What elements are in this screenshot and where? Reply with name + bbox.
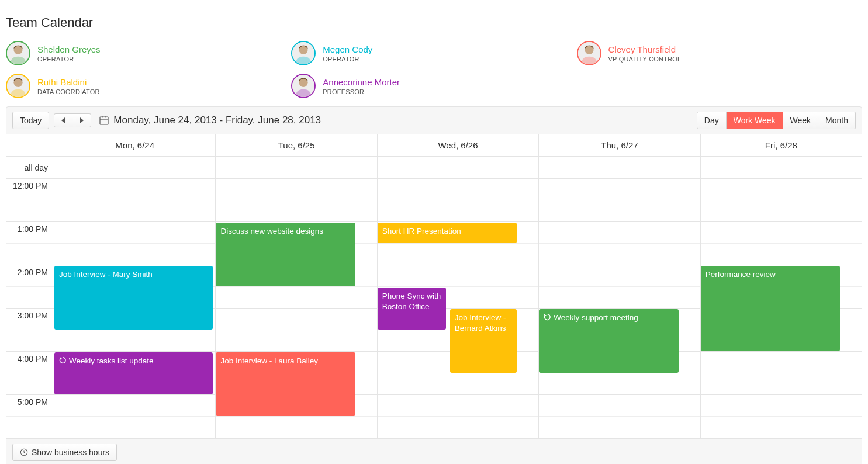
time-slot-minor [6, 373, 54, 395]
member-role: OPERATOR [37, 56, 101, 63]
events-layer: Job Interview - Mary SmithWeekly tasks l… [54, 179, 215, 438]
team-member-list: Shelden Greyes OPERATOR Megen Cody OPERA… [6, 41, 862, 106]
prev-button[interactable] [54, 113, 72, 127]
calendar-event[interactable]: Job Interview - Bernard Atkins [450, 309, 517, 373]
event-title: Short HR Presentation [382, 227, 461, 236]
time-column: all day 12:00 PM1:00 PM2:00 PM3:00 PM4:0… [6, 134, 54, 438]
day-header[interactable]: Tue, 6/25 [216, 134, 376, 157]
member-name: Shelden Greyes [37, 44, 101, 54]
member-name: Clevey Thursfield [608, 44, 682, 54]
events-layer: Performance review [701, 179, 862, 438]
day-header[interactable]: Fri, 6/28 [701, 134, 862, 157]
svg-rect-12 [102, 116, 103, 118]
recurring-icon [544, 313, 551, 324]
time-slot-minor [6, 200, 54, 222]
time-slot-minor [6, 417, 54, 438]
avatar [6, 41, 30, 65]
team-member[interactable]: Clevey Thursfield VP QUALITY CONTROL [577, 41, 862, 65]
allday-cell[interactable] [378, 157, 538, 179]
calendar-event[interactable]: Discuss new website designs [216, 223, 355, 286]
time-slot-label: 12:00 PM [6, 179, 54, 200]
time-slot-label: 2:00 PM [6, 265, 54, 287]
next-button[interactable] [72, 113, 91, 127]
avatar [577, 41, 601, 65]
day-header[interactable]: Wed, 6/26 [378, 134, 538, 157]
calendar-event[interactable]: Phone Sync with Boston Office [378, 288, 446, 330]
calendar-icon [99, 116, 109, 125]
allday-cell[interactable] [701, 157, 862, 179]
event-title: Performance review [706, 270, 776, 279]
day-column: Wed, 6/26Short HR PresentationPhone Sync… [378, 134, 539, 438]
allday-cell[interactable] [54, 157, 215, 179]
time-slot-minor [6, 287, 54, 309]
day-column: Thu, 6/27Weekly support meeting [539, 134, 700, 438]
event-title: Job Interview - Bernard Atkins [455, 313, 506, 333]
allday-label: all day [6, 157, 54, 179]
calendar-event[interactable]: Weekly support meeting [539, 309, 678, 373]
svg-rect-10 [100, 117, 108, 124]
events-layer: Discuss new website designsJob Interview… [216, 179, 376, 438]
team-member[interactable]: Megen Cody OPERATOR [291, 41, 576, 65]
day-slots: Discuss new website designsJob Interview… [216, 179, 376, 438]
time-slot-label: 5:00 PM [6, 395, 54, 417]
chevron-left-icon [61, 117, 65, 123]
team-member[interactable]: Ruthi Baldini DATA COORDIATOR [6, 74, 291, 98]
avatar [6, 74, 30, 98]
view-day-button[interactable]: Day [697, 112, 727, 129]
chevron-right-icon [80, 117, 84, 123]
team-member[interactable]: Shelden Greyes OPERATOR [6, 41, 291, 65]
event-title: Discuss new website designs [220, 227, 323, 236]
date-range-label: Monday, June 24, 2013 - Friday, June 28,… [113, 115, 321, 126]
clock-icon [20, 448, 28, 456]
scheduler-grid: all day 12:00 PM1:00 PM2:00 PM3:00 PM4:0… [6, 134, 862, 438]
day-slots: Weekly support meeting [539, 179, 700, 438]
calendar-event[interactable]: Short HR Presentation [378, 223, 517, 243]
scheduler: Today Monday, June 24, 2013 - Friday, Ju… [6, 106, 862, 464]
business-hours-label: Show business hours [32, 448, 109, 457]
avatar [291, 74, 316, 98]
event-title: Job Interview - Laura Bailey [220, 356, 318, 365]
day-slots: Short HR PresentationPhone Sync with Bos… [378, 179, 538, 438]
event-title: Weekly tasks list update [69, 356, 154, 365]
member-role: DATA COORDIATOR [37, 88, 100, 95]
day-column: Fri, 6/28Performance review [701, 134, 862, 438]
member-role: VP QUALITY CONTROL [608, 56, 682, 63]
day-slots: Job Interview - Mary SmithWeekly tasks l… [54, 179, 215, 438]
scheduler-toolbar: Today Monday, June 24, 2013 - Friday, Ju… [6, 107, 862, 134]
nav-button-group [54, 113, 91, 127]
view-workweek-button[interactable]: Work Week [727, 112, 783, 129]
events-layer: Weekly support meeting [539, 179, 700, 438]
member-name: Annecorinne Morter [323, 77, 400, 87]
time-slot-minor [6, 244, 54, 265]
day-header[interactable]: Mon, 6/24 [54, 134, 215, 157]
member-name: Megen Cody [323, 44, 372, 54]
time-slot-minor [6, 330, 54, 352]
date-range-picker[interactable]: Monday, June 24, 2013 - Friday, June 28,… [99, 115, 321, 126]
page-title: Team Calendar [6, 15, 862, 30]
day-column: Tue, 6/25Discuss new website designsJob … [216, 134, 377, 438]
view-month-button[interactable]: Month [818, 112, 856, 129]
member-role: PROFESSOR [323, 88, 400, 95]
calendar-event[interactable]: Weekly tasks list update [54, 352, 213, 394]
view-week-button[interactable]: Week [783, 112, 819, 129]
event-title: Weekly support meeting [554, 313, 638, 322]
day-slots: Performance review [701, 179, 862, 438]
allday-cell[interactable] [216, 157, 376, 179]
time-slot-label: 1:00 PM [6, 222, 54, 244]
time-slot-label: 4:00 PM [6, 352, 54, 373]
member-name: Ruthi Baldini [37, 77, 100, 87]
scheduler-footer: Show business hours [6, 438, 862, 464]
calendar-event[interactable]: Job Interview - Mary Smith [54, 266, 213, 330]
calendar-event[interactable]: Job Interview - Laura Bailey [216, 352, 355, 416]
view-switch: Day Work Week Week Month [697, 112, 856, 129]
calendar-event[interactable]: Performance review [701, 266, 840, 351]
day-header[interactable]: Thu, 6/27 [539, 134, 700, 157]
allday-cell[interactable] [539, 157, 700, 179]
today-button[interactable]: Today [12, 112, 49, 129]
member-role: OPERATOR [323, 56, 372, 63]
business-hours-button[interactable]: Show business hours [12, 444, 117, 461]
time-slot-label: 3:00 PM [6, 309, 54, 330]
team-member[interactable]: Annecorinne Morter PROFESSOR [291, 74, 576, 98]
avatar [291, 41, 316, 65]
event-title: Phone Sync with Boston Office [382, 292, 441, 311]
